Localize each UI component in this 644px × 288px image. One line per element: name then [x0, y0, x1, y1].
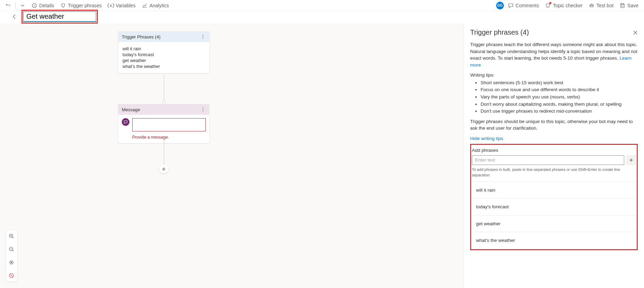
- zoom-out-button[interactable]: [7, 245, 16, 254]
- zoom-in-button[interactable]: [7, 232, 16, 241]
- node-header: Trigger Phrases (4): [118, 32, 209, 42]
- writing-tips-list: Short sentences (5-15 words) work best F…: [470, 79, 638, 115]
- svg-point-5: [203, 36, 203, 37]
- trigger-phrase: today's forecast: [122, 52, 205, 57]
- toolbar-divider: [15, 2, 16, 9]
- node-title: Trigger Phrases (4): [122, 34, 161, 40]
- svg-point-4: [203, 35, 203, 36]
- analytics-button[interactable]: Analytics: [140, 1, 171, 10]
- add-phrase-input[interactable]: [472, 155, 624, 165]
- topic-checker-label: Topic checker: [553, 3, 583, 8]
- panel-intro: Trigger phrases teach the bot different …: [470, 41, 638, 68]
- canvas[interactable]: Trigger Phrases (4) will it rain today's…: [0, 24, 464, 288]
- undo-button[interactable]: [3, 1, 13, 10]
- node-more-button[interactable]: [200, 106, 206, 113]
- variables-label: Variables: [116, 3, 135, 8]
- writing-tip: Focus on one issue and use different wor…: [481, 86, 638, 93]
- test-bot-label: Test bot: [596, 3, 613, 8]
- bot-avatar-icon: [122, 118, 129, 126]
- trigger-phrases-label: Trigger phrases: [68, 3, 102, 8]
- add-phrases-label: Add phrases: [471, 146, 637, 155]
- svg-point-9: [203, 111, 203, 111]
- svg-point-2: [591, 5, 591, 6]
- analytics-label: Analytics: [150, 3, 169, 8]
- hide-tips-link[interactable]: Hide writing tips: [470, 136, 503, 141]
- back-button[interactable]: [10, 12, 19, 21]
- edge: [164, 75, 164, 103]
- writing-tip: Vary the parts of speech you use (nouns,…: [481, 94, 638, 101]
- node-title: Message: [122, 107, 140, 112]
- svg-point-8: [203, 109, 203, 110]
- svg-point-6: [203, 38, 203, 38]
- save-button[interactable]: Save: [618, 1, 641, 10]
- trigger-phrase: get weather: [122, 58, 205, 63]
- avatar[interactable]: GG: [496, 2, 504, 9]
- variable-icon: {x}: [108, 3, 113, 8]
- zoom-controls: [6, 230, 17, 282]
- close-panel-button[interactable]: [633, 30, 638, 35]
- add-phrases-section: Add phrases To add phrases in bulk, past…: [470, 144, 638, 250]
- node-more-button[interactable]: [200, 34, 206, 40]
- phrase-list: will it rain today's forecast get weathe…: [471, 182, 637, 249]
- svg-point-7: [203, 108, 203, 108]
- unique-note: Trigger phrases should be unique to this…: [470, 118, 638, 132]
- comments-label: Comments: [516, 3, 539, 8]
- trigger-phrases-panel: Trigger phrases (4) Trigger phrases teac…: [464, 24, 644, 288]
- save-label: Save: [627, 3, 638, 8]
- trigger-icon: [60, 3, 66, 8]
- more-button[interactable]: [18, 1, 27, 10]
- svg-point-3: [592, 5, 593, 6]
- add-node-button[interactable]: [159, 165, 168, 174]
- add-phrase-button[interactable]: [626, 155, 636, 165]
- save-icon: [620, 3, 625, 8]
- panel-intro-text: Trigger phrases teach the bot different …: [470, 42, 637, 61]
- phrase-row[interactable]: will it rain: [471, 182, 637, 199]
- reset-view-button[interactable]: [7, 271, 16, 280]
- edge: [164, 140, 164, 168]
- node-body: will it rain today's forecast get weathe…: [118, 42, 209, 73]
- trigger-phrases-node[interactable]: Trigger Phrases (4) will it rain today's…: [118, 31, 210, 73]
- message-body: [118, 115, 209, 135]
- chevron-down-icon: [20, 3, 25, 8]
- comment-icon: [508, 3, 514, 8]
- details-button[interactable]: Details: [29, 1, 56, 10]
- topic-checker-icon: [545, 3, 551, 8]
- topic-name-input[interactable]: [23, 11, 96, 22]
- test-bot-button[interactable]: Test bot: [587, 1, 616, 10]
- topic-checker-button[interactable]: Topic checker: [543, 1, 585, 10]
- trigger-phrases-button[interactable]: Trigger phrases: [58, 1, 104, 10]
- writing-tips-title: Writing tips:: [470, 72, 638, 79]
- writing-tip: Don't worry about capitalizing words, ma…: [481, 101, 638, 108]
- svg-point-13: [11, 262, 12, 263]
- writing-tip: Don't use trigger phrases to redirect mi…: [481, 108, 638, 115]
- topic-name-highlight: [22, 10, 98, 24]
- message-input[interactable]: [132, 118, 206, 131]
- fit-to-screen-button[interactable]: [7, 258, 16, 267]
- trigger-phrase: what's the weather: [122, 64, 205, 69]
- message-node[interactable]: Message Provide a message.: [118, 104, 210, 143]
- trigger-phrase: will it rain: [122, 46, 205, 51]
- phrase-row[interactable]: what's the weather: [471, 232, 637, 249]
- node-header: Message: [118, 104, 209, 115]
- main: Trigger Phrases (4) will it rain today's…: [0, 24, 644, 288]
- info-icon: [32, 3, 37, 8]
- title-row: [0, 11, 644, 24]
- bot-icon: [589, 3, 594, 8]
- panel-title: Trigger phrases (4): [470, 28, 529, 36]
- bulk-hint: To add phrases in bulk, paste in line-se…: [471, 167, 637, 182]
- analytics-icon: [142, 3, 147, 8]
- message-error: Provide a message.: [132, 135, 209, 143]
- comments-button[interactable]: Comments: [506, 1, 541, 10]
- phrase-row[interactable]: get weather: [471, 216, 637, 233]
- variables-button[interactable]: {x} Variables: [106, 1, 137, 10]
- phrase-row[interactable]: today's forecast: [471, 199, 637, 216]
- details-label: Details: [39, 3, 54, 8]
- undo-icon: [6, 3, 11, 8]
- writing-tip: Short sentences (5-15 words) work best: [481, 79, 638, 86]
